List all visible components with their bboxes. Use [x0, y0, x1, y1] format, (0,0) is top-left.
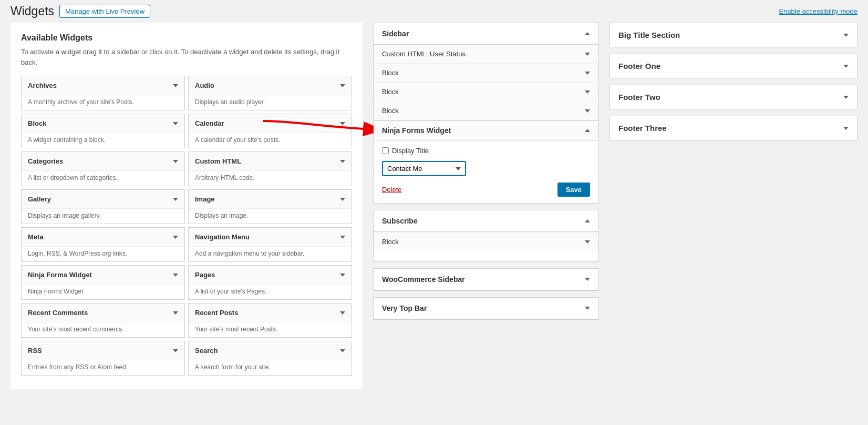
widget-item-header[interactable]: Ninja Forms Widget [22, 266, 184, 285]
widget-item-header[interactable]: Audio [189, 76, 352, 95]
save-button[interactable]: Save [557, 183, 590, 197]
footer-two-header[interactable]: Footer Two [610, 85, 857, 109]
subscribe-section: Subscribe Block [373, 210, 599, 262]
ninja-forms-actions: Delete Save [382, 183, 590, 197]
sidebar-section-header[interactable]: Sidebar [374, 23, 598, 45]
sidebar-block-row-3[interactable]: Block [374, 102, 598, 120]
widget-name: Audio [195, 82, 214, 89]
widget-item-pages[interactable]: Pages A list of your site's Pages. [188, 265, 352, 300]
available-widgets-description: To activate a widget drag it to a sideba… [21, 47, 352, 67]
contact-me-select[interactable]: Contact Me Form 2 Form 3 [382, 161, 466, 176]
widget-item-gallery[interactable]: Gallery Displays an image gallery. [21, 189, 185, 224]
widget-name: Ninja Forms Widget [28, 271, 92, 279]
widget-item-rss[interactable]: RSS Entries from any RSS or Atom feed. [21, 341, 185, 376]
ninja-forms-collapse-icon [585, 129, 590, 132]
widget-chevron-icon [340, 122, 345, 125]
subscribe-section-header[interactable]: Subscribe [374, 210, 598, 232]
sidebar-block-chevron-2 [585, 90, 590, 94]
big-title-section-header[interactable]: Big Title Section [610, 23, 857, 47]
big-title-section: Big Title Section [609, 23, 857, 47]
woocommerce-sidebar-chevron [585, 278, 590, 281]
widget-description: Ninja Forms Widget [22, 285, 184, 299]
widget-item-recent-comments[interactable]: Recent Comments Your site's most recent … [21, 303, 185, 338]
widget-description: A monthly archive of your site's Posts. [22, 95, 184, 110]
widget-item-header[interactable]: RSS [22, 341, 184, 360]
widget-item-header[interactable]: Block [22, 114, 184, 133]
widget-chevron-icon [340, 198, 345, 201]
sidebar-block-row-1[interactable]: Block [374, 64, 598, 83]
ninja-forms-widget-container: Ninja Forms Widget Display Title Contact… [374, 120, 598, 203]
custom-html-widget-row[interactable]: Custom HTML: User Status [374, 45, 598, 64]
sidebar-title: Sidebar [382, 29, 409, 38]
woocommerce-sidebar-header[interactable]: WooCommerce Sidebar [374, 269, 598, 290]
widget-item-header[interactable]: Categories [22, 152, 184, 171]
footer-one-header[interactable]: Footer One [610, 54, 857, 78]
widget-description: Displays an audio player. [189, 95, 352, 110]
widget-item-image[interactable]: Image Displays an image. [188, 189, 352, 224]
footer-three-section: Footer Three [609, 116, 857, 140]
woocommerce-sidebar-title: WooCommerce Sidebar [382, 275, 465, 284]
widget-description: A calendar of your site's posts. [189, 133, 352, 148]
widget-item-header[interactable]: Navigation Menu [189, 228, 352, 247]
widget-name: Gallery [28, 195, 51, 203]
widget-item-ninja-forms-widget[interactable]: Ninja Forms Widget Ninja Forms Widget [21, 265, 185, 300]
widget-chevron-icon [340, 311, 345, 315]
widget-item-header[interactable]: Archives [22, 76, 184, 95]
widget-item-navigation-menu[interactable]: Navigation Menu Add a navigation menu to… [188, 227, 352, 262]
widget-item-header[interactable]: Search [189, 341, 352, 360]
big-title-chevron [843, 34, 849, 37]
widget-description: Arbitrary HTML code. [189, 171, 352, 186]
widget-item-search[interactable]: Search A search form for your site. [188, 341, 352, 376]
widget-item-categories[interactable]: Categories A list or dropdown of categor… [21, 151, 185, 186]
widget-chevron-icon [340, 84, 345, 87]
widget-item-archives[interactable]: Archives A monthly archive of your site'… [21, 76, 185, 110]
subscribe-block-label: Block [382, 238, 399, 246]
custom-html-label: Custom HTML: User Status [382, 50, 466, 58]
widget-name: RSS [28, 347, 42, 355]
widget-description: Your site's most recent Posts. [189, 322, 352, 337]
subscribe-title: Subscribe [382, 217, 418, 225]
accessibility-mode-link[interactable]: Enable accessibility mode [779, 7, 857, 15]
widget-item-header[interactable]: Gallery [22, 190, 184, 209]
very-top-bar-header[interactable]: Very Top Bar [374, 298, 598, 319]
widget-item-header[interactable]: Recent Posts [189, 303, 352, 322]
big-title-section-label: Big Title Section [618, 31, 680, 39]
sidebar-block-row-2[interactable]: Block [374, 83, 598, 102]
available-widgets-title: Available Widgets [21, 33, 352, 43]
sidebar-block-label-3: Block [382, 107, 399, 115]
display-title-row: Display Title [382, 147, 590, 155]
widget-chevron-icon [173, 349, 178, 352]
subscribe-block-row[interactable]: Block [374, 232, 598, 251]
manage-live-preview-button[interactable]: Manage with Live Preview [59, 5, 150, 18]
widget-name: Block [28, 119, 46, 127]
sidebar-section: Sidebar Custom HTML: User Status Block B… [373, 23, 599, 204]
widget-description: Displays an image gallery. [22, 209, 184, 224]
widget-description: Displays an image. [189, 209, 352, 224]
widget-item-header[interactable]: Recent Comments [22, 303, 184, 322]
widget-item-header[interactable]: Custom HTML [189, 152, 352, 171]
display-title-checkbox[interactable] [382, 147, 389, 154]
widget-item-calendar[interactable]: Calendar A calendar of your site's posts… [188, 114, 352, 148]
widget-item-header[interactable]: Pages [189, 266, 352, 285]
widget-item-custom-html[interactable]: Custom HTML Arbitrary HTML code. [188, 151, 352, 186]
widget-item-audio[interactable]: Audio Displays an audio player. [188, 76, 352, 110]
widget-item-meta[interactable]: Meta Login, RSS, & WordPress.org links. [21, 227, 185, 262]
footer-three-header[interactable]: Footer Three [610, 116, 857, 140]
widget-item-recent-posts[interactable]: Recent Posts Your site's most recent Pos… [188, 303, 352, 338]
widget-item-header[interactable]: Calendar [189, 114, 352, 133]
widget-chevron-icon [173, 122, 178, 125]
widget-item-header[interactable]: Image [189, 190, 352, 209]
footer-one-section: Footer One [609, 54, 857, 78]
widget-chevron-icon [173, 160, 178, 163]
widget-item-header[interactable]: Meta [22, 228, 184, 247]
delete-link[interactable]: Delete [382, 186, 402, 194]
ninja-forms-widget-header[interactable]: Ninja Forms Widget [374, 121, 598, 140]
widget-description: A search form for your site. [189, 360, 352, 375]
widget-item-block[interactable]: Block A widget containing a block. [21, 114, 185, 148]
widget-name: Categories [28, 157, 63, 165]
subscribe-block-chevron [585, 240, 590, 244]
available-widgets-panel: Available Widgets To activate a widget d… [11, 23, 363, 389]
widget-description: Login, RSS, & WordPress.org links. [22, 247, 184, 261]
footer-one-label: Footer One [618, 62, 660, 70]
widget-description: Entries from any RSS or Atom feed. [22, 360, 184, 375]
